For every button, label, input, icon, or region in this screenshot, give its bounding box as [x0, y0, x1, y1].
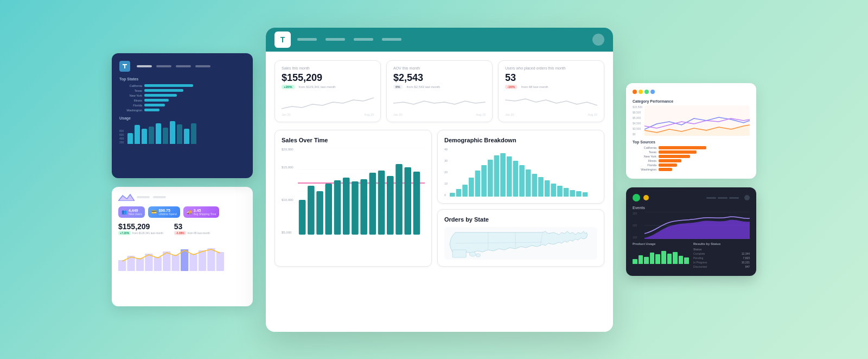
- br-results-title: Results by Status: [693, 242, 750, 245]
- tr-bar-row: Washington: [633, 168, 750, 171]
- right-charts: Demographic Breakdown 40 30 20 10 0: [437, 130, 604, 267]
- main-nav-item[interactable]: [326, 38, 345, 41]
- bl-metric-spend: 💳 $96.75 Lifetime Spend: [148, 206, 180, 218]
- br-events-title: Events: [633, 206, 750, 210]
- main-nav-item[interactable]: [354, 38, 373, 41]
- svg-rect-36: [462, 185, 468, 197]
- sales-bars-area: [298, 148, 425, 235]
- bl-stat2: 53 -4.38% from 68 last month: [174, 222, 210, 235]
- br-mini-bar: [655, 254, 660, 264]
- bl-spend-value: $96.75: [158, 209, 176, 212]
- bl-stat2-badge: -4.38%: [174, 231, 186, 235]
- scene: Top States California Texas New York Ill…: [0, 17, 868, 343]
- kpi-badge: +20%: [282, 85, 295, 89]
- svg-rect-26: [352, 181, 359, 235]
- tl-nav-dot: [156, 65, 171, 67]
- kpi-sub: from $129,341 last month: [299, 85, 336, 89]
- tl-bar-row: Washington: [119, 109, 245, 112]
- main-nav-item[interactable]: [297, 38, 317, 41]
- tr-bar-fill: [659, 168, 672, 171]
- tr-bar-fill: [659, 163, 677, 167]
- svg-rect-8: [172, 255, 180, 271]
- kpi-badge: 0%: [393, 85, 403, 89]
- kpi-label: Sales this month: [282, 66, 374, 70]
- top-right-card: Category Performance $15,500 $8,500 $5,0…: [626, 83, 756, 179]
- br-mini-bar: [684, 257, 689, 264]
- tl-nav-dots: [137, 65, 210, 67]
- tl-bars: California Texas New York Illinois Flori…: [119, 84, 245, 112]
- br-status-val: 10,221: [742, 261, 750, 264]
- main-nav-item[interactable]: [382, 38, 401, 41]
- tr-bar-fill: [659, 155, 690, 158]
- tl-header: [119, 61, 245, 72]
- br-status-label: Discounted: [693, 265, 707, 268]
- right-column: Category Performance $15,500 $8,500 $5,0…: [626, 83, 756, 276]
- svg-rect-48: [538, 177, 544, 197]
- br-product-usage: Product Usage: [633, 242, 689, 269]
- tr-chart-bg: [644, 105, 750, 136]
- bl-stat2-value: 53: [174, 222, 210, 231]
- tl-bar-v: [149, 127, 154, 144]
- demo-chart-svg: [450, 148, 597, 197]
- tl-bar-v: [156, 123, 161, 144]
- br-chart-area: [644, 212, 750, 239]
- tl-bar-v: [177, 124, 182, 144]
- tl-bar-label: Florida: [119, 104, 142, 107]
- tl-bar-label: Texas: [119, 89, 142, 92]
- br-mini-bar: [661, 251, 666, 264]
- tr-bar-row: Florida: [633, 163, 750, 167]
- bl-sparkline-svg: [118, 238, 246, 271]
- kpi-label: Users who placed orders this month: [505, 66, 597, 70]
- main-dashboard: T Sales this month $155,209 +20% from $1…: [266, 28, 613, 332]
- br-table-row: Complete 12,344: [693, 252, 750, 255]
- tl-usage-title: Usage: [119, 116, 245, 120]
- kpi-date-from: Jan 20: [505, 113, 514, 116]
- tr-sources-title: Top Sources: [633, 140, 750, 144]
- br-settings-icon[interactable]: [744, 195, 750, 200]
- br-nav-bar: [729, 197, 739, 199]
- br-nav-bar: [706, 197, 716, 199]
- br-yellow-dot: [643, 195, 649, 200]
- tr-dot-green: [644, 90, 649, 94]
- svg-rect-49: [545, 180, 550, 197]
- demographic-card: Demographic Breakdown 40 30 20 10 0: [437, 130, 604, 204]
- tr-bar-label: Texas: [633, 150, 656, 154]
- br-events-svg: [644, 212, 750, 239]
- tr-bar-fill: [659, 150, 697, 154]
- svg-rect-39: [481, 165, 487, 197]
- tl-nav-dot: [176, 65, 191, 67]
- left-column: Top States California Texas New York Ill…: [112, 53, 253, 306]
- svg-rect-37: [469, 178, 474, 197]
- kpi-card-aov: AOV this month $2,543 0% from $2,543 las…: [386, 60, 493, 122]
- svg-rect-28: [369, 173, 376, 235]
- main-nav-avatar[interactable]: [592, 34, 604, 46]
- kpi-sparkline: [505, 92, 597, 112]
- tl-bar-v: [191, 123, 196, 144]
- bl-stats-row: $155,209 +7.20% from $129,341 last month…: [118, 222, 246, 235]
- br-mini-bar: [673, 252, 678, 264]
- svg-rect-34: [450, 193, 455, 197]
- br-table-header: Status: [693, 248, 750, 251]
- svg-rect-20: [299, 200, 306, 235]
- tl-bar-label: New York: [119, 94, 142, 97]
- bottom-left-card: 👥 4,449 New Users 💳 $96.75 Lifetime Spen…: [112, 187, 253, 306]
- kpi-date-row: Jan 20 Aug 23: [282, 113, 374, 116]
- bl-shipping-sub: Avg Shipping Time: [194, 212, 216, 216]
- demo-chart: 40 30 20 10 0: [444, 148, 597, 197]
- br-nav-bar: [718, 197, 727, 199]
- kpi-sub: from 68 last month: [521, 85, 548, 89]
- tr-dot-orange: [633, 90, 637, 94]
- bl-users-sub: New Users: [129, 212, 142, 216]
- svg-rect-25: [343, 178, 350, 235]
- tl-logo-icon: [119, 61, 130, 72]
- charts-row: Sales Over Time $20,000 $15,000 $10,000 …: [275, 130, 604, 267]
- svg-rect-33: [413, 172, 420, 235]
- br-status-val: 7,823: [743, 256, 750, 260]
- svg-rect-23: [325, 184, 332, 235]
- bottom-right-card: Events 300 200 100: [626, 187, 756, 276]
- svg-rect-55: [583, 192, 588, 197]
- br-product-title: Product Usage: [633, 242, 689, 245]
- tr-header: [633, 90, 750, 94]
- tl-bar-v: [163, 128, 168, 144]
- tl-nav-dot: [137, 65, 152, 67]
